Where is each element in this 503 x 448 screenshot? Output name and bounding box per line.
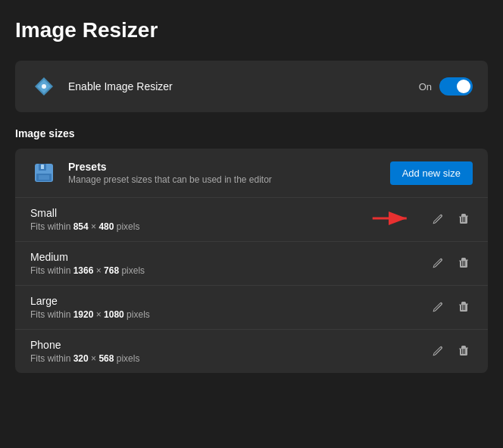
size-row: Phone Fits within 320 × 568 pixels (15, 330, 488, 373)
presets-text: Presets Manage preset sizes that can be … (68, 161, 272, 185)
size-description: Fits within 320 × 568 pixels (30, 353, 139, 364)
size-info: Small Fits within 854 × 480 pixels (30, 207, 139, 232)
size-name: Phone (30, 339, 139, 351)
presets-row: Presets Manage preset sizes that can be … (15, 149, 488, 198)
enable-resizer-left: Enable Image Resizer (30, 73, 173, 100)
presets-title: Presets (68, 161, 272, 173)
sizes-list: Small Fits within 854 × 480 pixels (15, 198, 488, 373)
enable-resizer-right: On (419, 77, 473, 96)
image-sizes-title: Image sizes (15, 127, 488, 139)
delete-size-button[interactable] (455, 255, 473, 273)
image-sizes-section: Image sizes Presets Manage preset sizes … (15, 127, 488, 373)
image-resizer-icon (30, 73, 58, 100)
presets-left: Presets Manage preset sizes that can be … (30, 159, 272, 186)
size-description: Fits within 854 × 480 pixels (30, 221, 139, 232)
edit-size-button[interactable] (429, 299, 447, 317)
enable-resizer-label: Enable Image Resizer (68, 80, 173, 92)
edit-size-button[interactable] (429, 211, 447, 229)
toggle-status-label: On (419, 81, 432, 92)
size-info: Phone Fits within 320 × 568 pixels (30, 339, 139, 364)
presets-description: Manage preset sizes that can be used in … (68, 174, 272, 185)
page-title: Image Resizer (15, 18, 488, 42)
delete-size-button[interactable] (455, 211, 473, 229)
size-actions (429, 299, 473, 317)
delete-size-button[interactable] (455, 343, 473, 361)
delete-size-button[interactable] (455, 299, 473, 317)
enable-resizer-card: Enable Image Resizer On (15, 61, 488, 112)
svg-rect-7 (39, 175, 49, 180)
size-row: Medium Fits within 1366 × 768 pixels (15, 242, 488, 286)
size-name: Medium (30, 251, 145, 263)
svg-rect-5 (41, 164, 44, 169)
presets-icon (30, 159, 58, 186)
size-row: Small Fits within 854 × 480 pixels (15, 198, 488, 242)
svg-point-2 (42, 84, 46, 89)
enable-resizer-toggle[interactable] (439, 77, 473, 96)
size-row: Large Fits within 1920 × 1080 pixels (15, 286, 488, 330)
size-description: Fits within 1366 × 768 pixels (30, 265, 145, 276)
edit-size-button[interactable] (429, 343, 447, 361)
arrow-indicator (370, 208, 415, 232)
size-name: Small (30, 207, 139, 219)
size-actions (429, 255, 473, 273)
size-actions (429, 211, 473, 229)
size-info: Large Fits within 1920 × 1080 pixels (30, 295, 150, 320)
enable-resizer-text: Enable Image Resizer (68, 80, 173, 93)
add-new-size-button[interactable]: Add new size (390, 161, 473, 185)
size-name: Large (30, 295, 150, 307)
size-info: Medium Fits within 1366 × 768 pixels (30, 251, 145, 276)
edit-size-button[interactable] (429, 255, 447, 273)
size-actions (429, 343, 473, 361)
size-description: Fits within 1920 × 1080 pixels (30, 309, 150, 320)
